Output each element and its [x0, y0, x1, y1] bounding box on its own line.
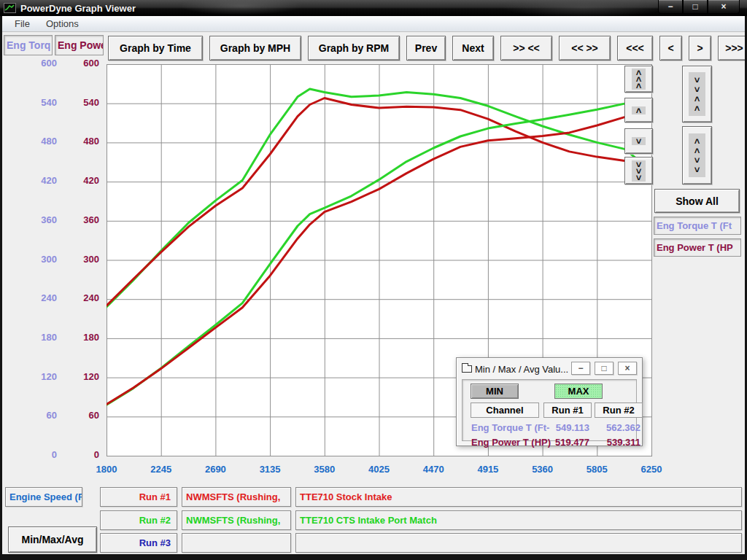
legend-run-label: Run #3	[100, 533, 177, 553]
rpm-tick-label: 4025	[368, 464, 390, 475]
torque-channel-label: Eng Torque T (Ft	[654, 217, 741, 235]
legend-description-field	[295, 533, 742, 553]
power-tick-label: 540	[59, 97, 99, 108]
rpm-tick-label: 2245	[150, 464, 171, 475]
minmax-channel-name: Eng Torque T (Ft-	[471, 422, 549, 433]
minmax-run2-value: 539.311	[595, 437, 640, 448]
legend-operator-field: NWMSFTS (Rushing,	[182, 510, 291, 530]
minmax-title-bar[interactable]: Min / Max / Avg Valu... − □ ×	[459, 360, 640, 378]
toolbar-button[interactable]: >> <<	[500, 36, 552, 61]
power-tick-label: 120	[59, 371, 99, 382]
minmax-body: MIN MAX ChannelRun #1Run #2Eng Torque T …	[462, 379, 637, 441]
torque-tick-label: 180	[6, 332, 57, 343]
min-button[interactable]: MIN	[471, 384, 519, 399]
legend-run-label: Run #1	[100, 487, 177, 507]
rpm-tick-label: 4915	[477, 464, 498, 475]
torque-tick-label: 60	[6, 410, 57, 421]
max-button[interactable]: MAX	[554, 384, 603, 399]
show-all-button[interactable]: Show All	[654, 189, 740, 213]
menu-item-options[interactable]: Options	[38, 17, 87, 31]
legend-description-field: TTE710 Stock Intake	[295, 487, 742, 507]
rpm-tick-label: 4470	[423, 464, 444, 475]
x-channel-label: Engine Speed (RI	[5, 487, 82, 507]
graph-toolbar: Graph by TimeGraph by MPHGraph by RPMPre…	[108, 36, 745, 61]
rpm-tick-label: 3135	[260, 464, 281, 475]
power-tick-label: 60	[59, 410, 99, 421]
toolbar-button[interactable]: >>>	[718, 36, 745, 61]
power-tick-label: 420	[59, 175, 99, 186]
title-bar: PowerDyne Graph Viewer − □ ×	[0, 0, 747, 16]
toolbar-button[interactable]: << >>	[559, 36, 611, 61]
toolbar-button[interactable]: >	[689, 36, 711, 61]
chevron-icon: ˄ ˄ ˅ ˅	[689, 133, 706, 177]
window-controls: − □ ×	[658, 0, 740, 14]
scroll-button-tall[interactable]: ˅ ˅ ˄ ˄	[682, 66, 712, 122]
scroll-button-small[interactable]: ˄ ˄ ˄	[624, 66, 653, 93]
minimize-button[interactable]: −	[658, 0, 683, 14]
torque-tick-label: 240	[6, 292, 57, 303]
scroll-button-small[interactable]: ˅ ˅ ˅	[624, 157, 653, 184]
rpm-tick-label: 5360	[532, 464, 553, 475]
toolbar-button[interactable]: Prev	[406, 36, 446, 61]
torque-tick-label: 420	[6, 175, 57, 186]
torque-axis-header: Eng Torq	[4, 35, 53, 55]
menu-item-file[interactable]: File	[7, 17, 38, 31]
minmax-window-title: Min / Max / Avg Valu...	[475, 364, 568, 375]
legend-operator-field	[182, 533, 291, 553]
power-axis-header: Eng Powe	[55, 35, 104, 55]
minmax-column-header[interactable]: Run #2	[595, 402, 643, 418]
rpm-tick-label: 3580	[314, 464, 335, 475]
toolbar-button[interactable]: <<<	[617, 36, 653, 61]
power-tick-label: 300	[59, 254, 99, 265]
power-channel-label: Eng Power T (HP	[654, 238, 741, 257]
torque-tick-label: 0	[6, 449, 57, 460]
toolbar-button[interactable]: <	[659, 36, 682, 61]
power-tick-label: 600	[59, 58, 99, 69]
minmax-run1-value: 549.113	[543, 422, 589, 433]
minmax-restore-button[interactable]: □	[595, 362, 614, 375]
rpm-tick-label: 6250	[641, 464, 662, 475]
minmax-close-button[interactable]: ×	[618, 362, 637, 375]
power-tick-label: 240	[59, 292, 99, 303]
minmax-minimize-button[interactable]: −	[571, 362, 590, 375]
torque-tick-label: 120	[6, 371, 57, 382]
close-button[interactable]: ×	[708, 0, 740, 14]
toolbar-button[interactable]: Next	[452, 36, 494, 61]
torque-tick-label: 540	[6, 97, 57, 108]
minmax-run2-value: 562.362	[595, 422, 640, 433]
toolbar-button[interactable]: Graph by Time	[108, 36, 203, 61]
window-title: PowerDyne Graph Viewer	[20, 3, 136, 14]
power-tick-label: 360	[59, 214, 99, 225]
torque-tick-label: 600	[6, 58, 57, 69]
legend-description-field: TTE710 CTS Intake Port Match	[295, 510, 742, 530]
power-tick-label: 480	[59, 136, 99, 147]
power-tick-label: 180	[59, 332, 99, 343]
app-icon	[4, 3, 16, 13]
minmax-avg-button[interactable]: Min/Max/Avg	[8, 526, 97, 553]
chevron-icon: ˄ ˄ ˄	[632, 69, 646, 90]
chevron-icon: ˅ ˅ ˅	[632, 160, 646, 182]
toolbar-button[interactable]: Graph by RPM	[308, 36, 400, 61]
minmax-column-header[interactable]: Run #1	[543, 402, 592, 418]
power-tick-label: 0	[59, 449, 99, 460]
scroll-button-small[interactable]: ˄	[624, 98, 653, 122]
scroll-button-small[interactable]: ˅	[624, 128, 653, 154]
folder-icon	[462, 365, 472, 373]
minmax-values-window[interactable]: Min / Max / Avg Valu... − □ × MIN MAX Ch…	[456, 357, 643, 446]
toolbar-button[interactable]: Graph by MPH	[209, 36, 301, 61]
client-area: Eng Torq Eng Powe Graph by TimeGraph by …	[2, 32, 745, 554]
maximize-button[interactable]: □	[683, 0, 708, 14]
torque-tick-label: 360	[6, 214, 57, 225]
scroll-button-tall[interactable]: ˄ ˄ ˅ ˅	[682, 126, 712, 184]
minmax-run1-value: 519.477	[543, 437, 589, 448]
torque-tick-label: 300	[6, 254, 57, 265]
minmax-column-header[interactable]: Channel	[471, 402, 539, 418]
rpm-tick-label: 2690	[205, 464, 226, 475]
torque-tick-label: 480	[6, 136, 57, 147]
chevron-icon: ˅ ˅ ˄ ˄	[689, 72, 706, 116]
rpm-tick-label: 1800	[96, 464, 117, 475]
menu-bar: FileOptions	[2, 16, 745, 32]
legend-run-label: Run #2	[100, 510, 177, 530]
rpm-tick-label: 5805	[587, 464, 608, 475]
minmax-channel-name: Eng Power T (HP)	[471, 437, 551, 448]
